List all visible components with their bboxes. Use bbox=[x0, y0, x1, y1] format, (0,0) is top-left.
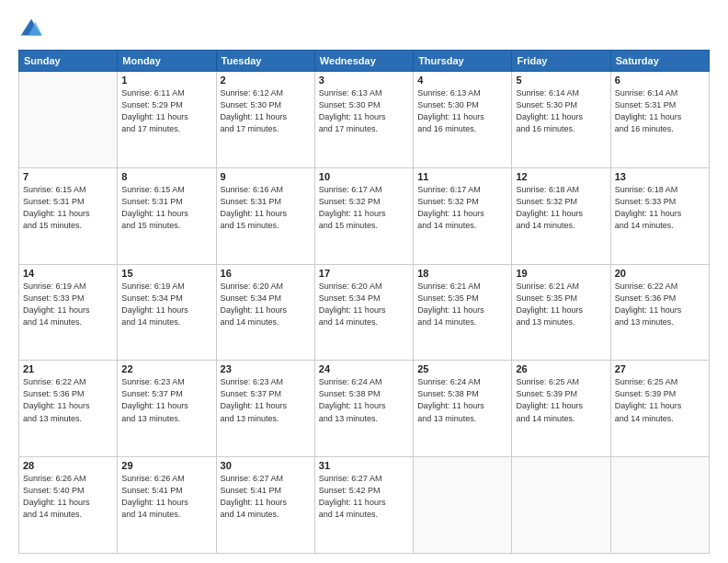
calendar-week-row: 28Sunrise: 6:26 AMSunset: 5:40 PMDayligh… bbox=[19, 457, 710, 554]
calendar-day-cell: 2Sunrise: 6:12 AMSunset: 5:30 PMDaylight… bbox=[216, 72, 314, 168]
day-info: Sunrise: 6:12 AMSunset: 5:30 PMDaylight:… bbox=[221, 87, 311, 135]
day-info: Sunrise: 6:14 AMSunset: 5:30 PMDaylight:… bbox=[516, 87, 606, 135]
calendar-header-cell: Wednesday bbox=[314, 51, 413, 72]
calendar-day-cell: 17Sunrise: 6:20 AMSunset: 5:34 PMDayligh… bbox=[314, 264, 413, 361]
day-info: Sunrise: 6:18 AMSunset: 5:33 PMDaylight:… bbox=[615, 184, 705, 232]
calendar-day-cell: 18Sunrise: 6:21 AMSunset: 5:35 PMDayligh… bbox=[414, 264, 512, 361]
day-number: 11 bbox=[417, 171, 507, 182]
day-number: 20 bbox=[615, 268, 705, 279]
day-number: 12 bbox=[516, 171, 606, 182]
calendar-header-cell: Friday bbox=[512, 51, 610, 72]
calendar-day-cell: 23Sunrise: 6:23 AMSunset: 5:37 PMDayligh… bbox=[216, 361, 314, 457]
calendar-day-cell: 25Sunrise: 6:24 AMSunset: 5:38 PMDayligh… bbox=[414, 361, 512, 457]
day-info: Sunrise: 6:22 AMSunset: 5:36 PMDaylight:… bbox=[615, 281, 705, 328]
day-number: 6 bbox=[615, 75, 705, 86]
day-info: Sunrise: 6:25 AMSunset: 5:39 PMDaylight:… bbox=[516, 376, 606, 424]
day-number: 13 bbox=[615, 171, 705, 182]
calendar-day-cell: 31Sunrise: 6:27 AMSunset: 5:42 PMDayligh… bbox=[314, 457, 413, 554]
calendar-table: SundayMondayTuesdayWednesdayThursdayFrid… bbox=[18, 50, 710, 554]
calendar-day-cell: 29Sunrise: 6:26 AMSunset: 5:41 PMDayligh… bbox=[118, 457, 216, 554]
day-info: Sunrise: 6:15 AMSunset: 5:31 PMDaylight:… bbox=[23, 184, 113, 232]
day-info: Sunrise: 6:27 AMSunset: 5:42 PMDaylight:… bbox=[319, 473, 409, 521]
calendar-day-cell: 14Sunrise: 6:19 AMSunset: 5:33 PMDayligh… bbox=[19, 264, 118, 361]
calendar-day-cell bbox=[19, 72, 118, 168]
calendar-day-cell: 15Sunrise: 6:19 AMSunset: 5:34 PMDayligh… bbox=[118, 264, 216, 361]
day-number: 24 bbox=[319, 363, 409, 374]
day-info: Sunrise: 6:23 AMSunset: 5:37 PMDaylight:… bbox=[221, 376, 311, 424]
day-number: 4 bbox=[417, 75, 507, 86]
day-number: 2 bbox=[221, 75, 311, 86]
header bbox=[18, 17, 710, 42]
calendar-body: 1Sunrise: 6:11 AMSunset: 5:29 PMDaylight… bbox=[19, 72, 710, 554]
day-number: 14 bbox=[23, 268, 113, 279]
calendar-header-cell: Sunday bbox=[19, 51, 118, 72]
day-number: 31 bbox=[319, 460, 409, 471]
day-number: 27 bbox=[615, 363, 705, 374]
calendar-day-cell: 20Sunrise: 6:22 AMSunset: 5:36 PMDayligh… bbox=[610, 264, 709, 361]
day-info: Sunrise: 6:24 AMSunset: 5:38 PMDaylight:… bbox=[319, 376, 409, 424]
day-number: 23 bbox=[221, 363, 311, 374]
calendar-day-cell bbox=[512, 457, 610, 554]
calendar-day-cell: 1Sunrise: 6:11 AMSunset: 5:29 PMDaylight… bbox=[118, 72, 216, 168]
day-info: Sunrise: 6:20 AMSunset: 5:34 PMDaylight:… bbox=[319, 281, 409, 328]
calendar-header-cell: Tuesday bbox=[216, 51, 314, 72]
day-info: Sunrise: 6:20 AMSunset: 5:34 PMDaylight:… bbox=[221, 281, 311, 328]
day-info: Sunrise: 6:23 AMSunset: 5:37 PMDaylight:… bbox=[121, 376, 211, 424]
calendar-week-row: 1Sunrise: 6:11 AMSunset: 5:29 PMDaylight… bbox=[19, 72, 710, 168]
day-number: 18 bbox=[417, 268, 507, 279]
calendar-day-cell: 11Sunrise: 6:17 AMSunset: 5:32 PMDayligh… bbox=[414, 167, 512, 264]
day-info: Sunrise: 6:17 AMSunset: 5:32 PMDaylight:… bbox=[417, 184, 507, 232]
day-info: Sunrise: 6:13 AMSunset: 5:30 PMDaylight:… bbox=[417, 87, 507, 135]
day-number: 22 bbox=[121, 363, 211, 374]
day-info: Sunrise: 6:26 AMSunset: 5:40 PMDaylight:… bbox=[23, 473, 113, 521]
calendar-day-cell: 22Sunrise: 6:23 AMSunset: 5:37 PMDayligh… bbox=[118, 361, 216, 457]
logo bbox=[18, 17, 48, 42]
calendar-day-cell: 9Sunrise: 6:16 AMSunset: 5:31 PMDaylight… bbox=[216, 167, 314, 264]
logo-icon bbox=[18, 17, 44, 42]
day-number: 8 bbox=[121, 171, 211, 182]
calendar-day-cell: 26Sunrise: 6:25 AMSunset: 5:39 PMDayligh… bbox=[512, 361, 610, 457]
day-number: 15 bbox=[121, 268, 211, 279]
calendar-day-cell: 3Sunrise: 6:13 AMSunset: 5:30 PMDaylight… bbox=[314, 72, 413, 168]
day-info: Sunrise: 6:27 AMSunset: 5:41 PMDaylight:… bbox=[221, 473, 311, 521]
day-info: Sunrise: 6:26 AMSunset: 5:41 PMDaylight:… bbox=[121, 473, 211, 521]
calendar-day-cell: 12Sunrise: 6:18 AMSunset: 5:32 PMDayligh… bbox=[512, 167, 610, 264]
day-number: 29 bbox=[121, 460, 211, 471]
calendar-day-cell: 5Sunrise: 6:14 AMSunset: 5:30 PMDaylight… bbox=[512, 72, 610, 168]
day-number: 1 bbox=[121, 75, 211, 86]
day-info: Sunrise: 6:17 AMSunset: 5:32 PMDaylight:… bbox=[319, 184, 409, 232]
calendar-day-cell: 7Sunrise: 6:15 AMSunset: 5:31 PMDaylight… bbox=[19, 167, 118, 264]
day-info: Sunrise: 6:15 AMSunset: 5:31 PMDaylight:… bbox=[121, 184, 211, 232]
day-number: 5 bbox=[516, 75, 606, 86]
calendar-day-cell: 16Sunrise: 6:20 AMSunset: 5:34 PMDayligh… bbox=[216, 264, 314, 361]
day-info: Sunrise: 6:18 AMSunset: 5:32 PMDaylight:… bbox=[516, 184, 606, 232]
day-info: Sunrise: 6:24 AMSunset: 5:38 PMDaylight:… bbox=[417, 376, 507, 424]
day-info: Sunrise: 6:13 AMSunset: 5:30 PMDaylight:… bbox=[319, 87, 409, 135]
calendar-header-cell: Monday bbox=[118, 51, 216, 72]
calendar-day-cell: 21Sunrise: 6:22 AMSunset: 5:36 PMDayligh… bbox=[19, 361, 118, 457]
day-number: 9 bbox=[221, 171, 311, 182]
calendar-week-row: 7Sunrise: 6:15 AMSunset: 5:31 PMDaylight… bbox=[19, 167, 710, 264]
day-number: 17 bbox=[319, 268, 409, 279]
day-number: 10 bbox=[319, 171, 409, 182]
page: SundayMondayTuesdayWednesdayThursdayFrid… bbox=[0, 0, 728, 563]
calendar-day-cell bbox=[610, 457, 709, 554]
day-number: 3 bbox=[319, 75, 409, 86]
calendar-day-cell: 28Sunrise: 6:26 AMSunset: 5:40 PMDayligh… bbox=[19, 457, 118, 554]
day-info: Sunrise: 6:21 AMSunset: 5:35 PMDaylight:… bbox=[417, 281, 507, 328]
calendar-day-cell: 27Sunrise: 6:25 AMSunset: 5:39 PMDayligh… bbox=[610, 361, 709, 457]
day-number: 19 bbox=[516, 268, 606, 279]
day-info: Sunrise: 6:19 AMSunset: 5:33 PMDaylight:… bbox=[23, 281, 113, 328]
calendar-day-cell: 6Sunrise: 6:14 AMSunset: 5:31 PMDaylight… bbox=[610, 72, 709, 168]
day-info: Sunrise: 6:16 AMSunset: 5:31 PMDaylight:… bbox=[221, 184, 311, 232]
calendar-day-cell: 24Sunrise: 6:24 AMSunset: 5:38 PMDayligh… bbox=[314, 361, 413, 457]
day-info: Sunrise: 6:22 AMSunset: 5:36 PMDaylight:… bbox=[23, 376, 113, 424]
day-number: 25 bbox=[417, 363, 507, 374]
day-info: Sunrise: 6:19 AMSunset: 5:34 PMDaylight:… bbox=[121, 281, 211, 328]
calendar-day-cell: 4Sunrise: 6:13 AMSunset: 5:30 PMDaylight… bbox=[414, 72, 512, 168]
day-number: 26 bbox=[516, 363, 606, 374]
calendar-day-cell: 30Sunrise: 6:27 AMSunset: 5:41 PMDayligh… bbox=[216, 457, 314, 554]
day-info: Sunrise: 6:11 AMSunset: 5:29 PMDaylight:… bbox=[121, 87, 211, 135]
day-number: 21 bbox=[23, 363, 113, 374]
calendar-week-row: 14Sunrise: 6:19 AMSunset: 5:33 PMDayligh… bbox=[19, 264, 710, 361]
